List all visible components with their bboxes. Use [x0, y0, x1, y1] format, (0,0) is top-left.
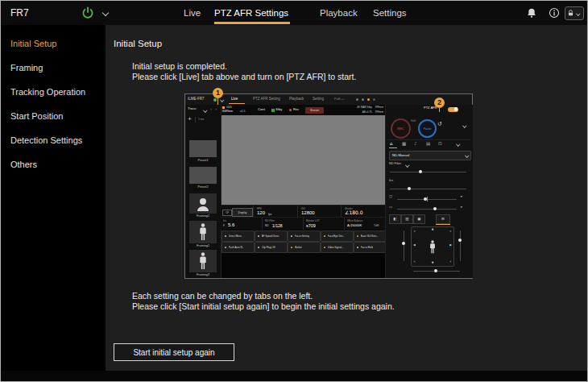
outro-line-2: Please click [Start initial setup again]…: [132, 301, 395, 312]
ss-divider: [387, 139, 471, 140]
ss-thumb-label: Framing2: [185, 244, 221, 247]
bell-icon: [526, 7, 537, 19]
ss-video-monitor: [221, 115, 385, 205]
ss-assign-dot: [324, 247, 326, 249]
bottom-bar: [1, 371, 587, 381]
ss-lut-cell: Monitor LUT s709: [303, 218, 345, 230]
callout-2-pointer: [439, 108, 441, 112]
info-icon: [549, 7, 560, 19]
sidebar-item-tracking-operation[interactable]: Tracking Operation: [1, 80, 106, 104]
ss-range-2: 999mm: [375, 110, 383, 114]
settings-sidebar: Initial Setup Framing Tracking Operation…: [1, 25, 106, 371]
topbar: FR7 Live PTZ AFR Settings Playback Setti…: [1, 1, 587, 26]
start-initial-setup-again-button[interactable]: Start initial setup again: [114, 343, 234, 361]
tab-live[interactable]: Live: [184, 1, 201, 25]
info-button[interactable]: [549, 7, 560, 22]
sidebar-item-initial-setup[interactable]: Initial Setup: [1, 31, 106, 56]
ss-stby-icon: [271, 109, 275, 113]
ss-ae-value: AE+0.75: [362, 110, 372, 114]
ss-slider3-right-icon: ▸: [461, 195, 462, 199]
ss-nd-slider-knob: [419, 170, 422, 173]
ss-cell-value: s709: [306, 223, 316, 228]
callout-2: 2: [434, 98, 445, 108]
ss-toggle-knob: [454, 107, 458, 110]
tab-settings[interactable]: Settings: [373, 1, 407, 25]
ss-assign-label: Face/Eye Det...: [328, 235, 345, 238]
ss-thumb-preset1: [189, 140, 217, 157]
person-icon: [429, 240, 436, 254]
ss-assign-label: Focus Hold: [361, 246, 374, 249]
person-icon: [199, 223, 207, 241]
ss-assign-video-signal: Video Signal...: [321, 242, 354, 253]
ss-assign-dot: [225, 247, 227, 249]
ss-assign-label: Video Signal...: [328, 246, 344, 249]
ss-focus-active-underline: [436, 224, 450, 225]
ss-zoom-vslider-track: [460, 230, 461, 261]
ss-status-icon: [367, 98, 370, 101]
ss-assign-dot: [258, 247, 260, 249]
ss-slider4-track: [397, 209, 457, 210]
ss-media-remaining: 000h: [226, 106, 232, 110]
ss-thumb-label: Preset2: [185, 185, 221, 189]
ss-nd-cell: ND Filter ND 1/128: [262, 218, 304, 230]
ss-stby-indicator: Stby: [275, 108, 282, 112]
ss-slider3-left-icon: ◫: [389, 195, 392, 199]
ss-divider: [195, 117, 196, 122]
ss-iris-cell: Iris F 5.6: [221, 218, 262, 230]
ss-assign-base-iso: Base ISO/Sen...: [354, 230, 387, 242]
power-menu-chevron-icon[interactable]: [102, 10, 109, 16]
ss-cell-prefix: F: [223, 224, 225, 227]
ss-trace-duration: 1 ms: [198, 118, 204, 122]
ss-cell-value: A:15000K: [347, 223, 362, 227]
sidebar-item-framing[interactable]: Framing: [1, 56, 106, 80]
sidebar-item-start-position[interactable]: Start Position: [1, 104, 106, 128]
ss-media-icon: [222, 106, 225, 109]
sidebar-item-detection-settings[interactable]: Detection Settings: [1, 128, 106, 152]
power-button[interactable]: [81, 6, 94, 23]
ss-zoom-vslider-knob: [458, 239, 462, 242]
ss-device-name: ILME-FR7: [188, 98, 205, 102]
ss-assign-focus-setting: Focus Setting: [288, 230, 321, 242]
ss-slider3-knob: [424, 197, 427, 201]
ss-cell-value: 12800: [301, 210, 315, 215]
ss-tab-setting: Setting: [313, 98, 324, 102]
ss-pad-center: [412, 227, 453, 266]
ss-status-icon: [362, 98, 364, 101]
ss-preset-panel: Trace ‹ › + 1 ms Preset1 Preset2 Framing…: [185, 105, 222, 278]
ss-nav-chevron-icon: [456, 142, 460, 146]
lock-menu[interactable]: [565, 6, 584, 20]
ss-nd-mode-dropdown: ND-Manual: [389, 151, 471, 160]
ss-cell-label: ND Filter: [265, 219, 275, 222]
device-name: FR7: [10, 1, 29, 25]
ss-rec-button: REC: [391, 118, 411, 139]
ss-assign-label: Clip Flag OK: [262, 246, 276, 249]
ss-thumb-framing1: [189, 193, 217, 214]
ss-camera-bar-2: Iris F 5.6 ND Filter ND 1/128 Monitor LU…: [221, 217, 385, 230]
ss-dropdown-chevron-icon: [465, 153, 469, 157]
notifications-button[interactable]: [526, 7, 537, 22]
ss-cf-badge: CF: [222, 210, 232, 216]
tab-playback[interactable]: Playback: [320, 1, 358, 25]
ss-iris-slider-track: [390, 189, 466, 189]
ss-assign-label: Focus Setting: [295, 235, 310, 238]
ss-tilt-slider-track: [404, 230, 404, 261]
ss-trace-next-icon: ›: [215, 107, 217, 112]
ss-format-line: 4K RAW Stby 999mm: [357, 106, 383, 109]
ss-assign-dot: [357, 235, 359, 238]
sidebar-item-others[interactable]: Others: [1, 152, 106, 176]
ss-box-icon: ⊡: [438, 141, 442, 146]
ss-zoom-ratio: x1.5: [240, 110, 245, 114]
active-tab-underline: [214, 22, 290, 24]
ss-cell-label: White Balance: [347, 219, 362, 222]
ss-ae-line: AE+0.75 999mm: [362, 110, 383, 114]
ss-nd-chevron-icon: [405, 163, 409, 167]
ss-nav-active-underline: [389, 147, 397, 148]
ss-assign-dot: [225, 235, 227, 238]
ss-focus-mode-1: ◧: [389, 214, 401, 224]
ss-camera-bar-1: CF Display FPS 120 fps ISO 12800 Shutter…: [221, 205, 385, 218]
ss-assign-label: AF Speed Sens.: [262, 235, 280, 238]
ss-list-icon: ▤: [426, 141, 430, 146]
ss-assign-focus-hold: Focus Hold: [354, 242, 387, 253]
ss-tab-playback: Playback: [289, 98, 304, 102]
ss-assign-dot: [258, 235, 260, 238]
